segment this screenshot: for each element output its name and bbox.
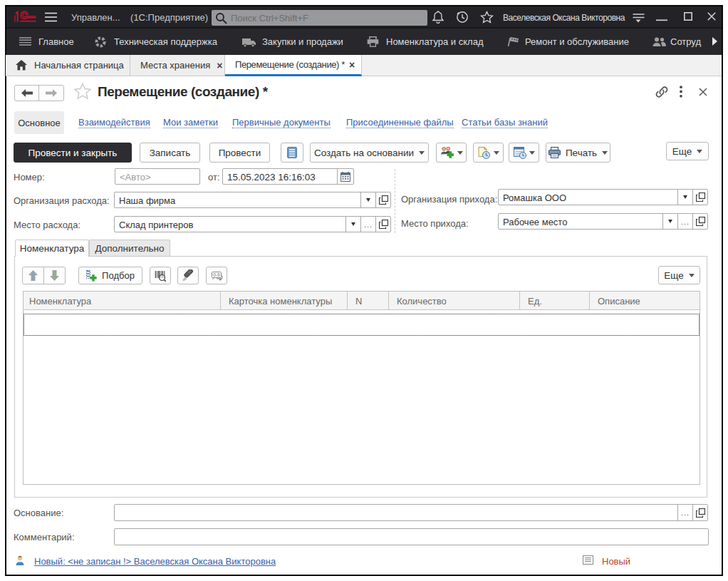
svg-text:0-9: 0-9 [213,272,220,277]
